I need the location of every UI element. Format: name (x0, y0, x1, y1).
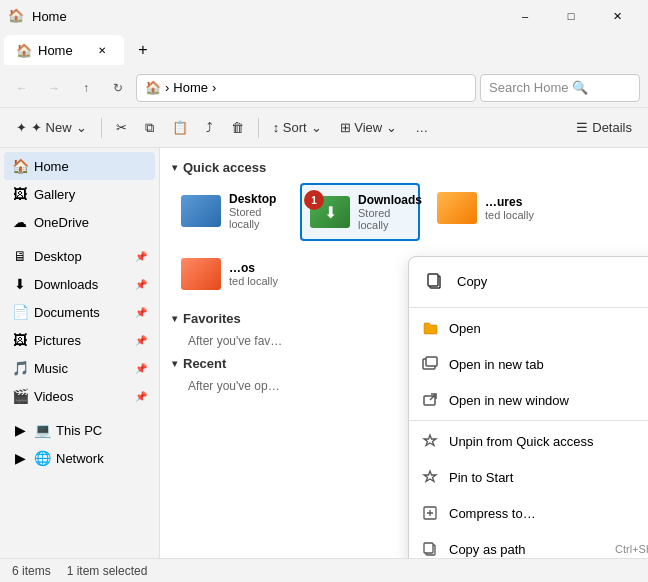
network-chevron: ▶ (12, 450, 28, 466)
sidebar-item-pictures[interactable]: 🖼 Pictures 📌 (4, 326, 155, 354)
toolbar-sep1 (101, 118, 102, 138)
sidebar-label-documents: Documents (34, 305, 100, 320)
view-label: ⊞ View (340, 120, 383, 135)
cm-pin-start[interactable]: Pin to Start (409, 459, 648, 495)
cut-button[interactable]: ✂ (108, 114, 135, 142)
address-path[interactable]: 🏠 › Home › (136, 74, 476, 102)
sidebar-item-music[interactable]: 🎵 Music 📌 (4, 354, 155, 382)
back-button[interactable]: ← (8, 74, 36, 102)
quick-access-chevron[interactable]: ▾ (172, 162, 177, 173)
cm-pin-start-icon (421, 468, 439, 486)
sort-label: ↕ Sort (273, 120, 307, 135)
new-icon: ✦ (16, 120, 27, 135)
context-menu: Copy Open Enter Open in new tab (408, 256, 648, 558)
cm-open[interactable]: Open Enter (409, 310, 648, 346)
item3-folder-name: …ures (485, 195, 534, 209)
desktop-folder-sub: Stored locally (229, 206, 283, 230)
cm-open-icon (421, 319, 439, 337)
sidebar-item-network[interactable]: ▶ 🌐 Network (4, 444, 155, 472)
paste-icon: 📋 (172, 120, 188, 135)
cm-copy-label: Copy (457, 274, 487, 289)
downloads-icon: ⬇ (12, 276, 28, 292)
copy-button[interactable]: ⧉ (137, 114, 162, 142)
gallery-icon: 🖼 (12, 186, 28, 202)
close-button[interactable]: ✕ (594, 0, 640, 32)
sidebar-item-videos[interactable]: 🎬 Videos 📌 (4, 382, 155, 410)
documents-icon: 📄 (12, 304, 28, 320)
cm-open-label: Open (449, 321, 481, 336)
cm-unpin-icon (421, 432, 439, 450)
cm-compress-label: Compress to… (449, 506, 536, 521)
recent-title: Recent (183, 356, 226, 371)
quick-access-title: Quick access (183, 160, 266, 175)
path-separator: › (165, 80, 169, 95)
view-button[interactable]: ⊞ View ⌄ (332, 114, 406, 142)
thispc-chevron: ▶ (12, 422, 28, 438)
cm-sep1 (409, 420, 648, 421)
music-icon: 🎵 (12, 360, 28, 376)
new-tab-button[interactable]: + (128, 35, 158, 65)
cm-compress[interactable]: Compress to… › (409, 495, 648, 531)
path-label: Home (173, 80, 208, 95)
paste-button[interactable]: 📋 (164, 114, 196, 142)
favorites-title: Favorites (183, 311, 241, 326)
new-chevron: ⌄ (76, 120, 87, 135)
new-label: ✦ New (31, 120, 72, 135)
sidebar-label-music: Music (34, 361, 68, 376)
toolbar-sep2 (258, 118, 259, 138)
details-button[interactable]: ☰ Details (568, 114, 640, 142)
music-pin: 📌 (135, 363, 147, 374)
context-menu-top: Copy (409, 257, 648, 305)
quick-access-header: ▾ Quick access (172, 160, 636, 175)
new-button[interactable]: ✦ ✦ New ⌄ (8, 114, 95, 142)
tab-close-button[interactable]: ✕ (92, 40, 112, 60)
favorites-chevron[interactable]: ▾ (172, 313, 177, 324)
qa-item-downloads[interactable]: ⬇ 1 Downloads Stored locally (300, 183, 420, 241)
sort-chevron: ⌄ (311, 120, 322, 135)
home-path-icon: 🏠 (145, 80, 161, 95)
cm-unpin[interactable]: Unpin from Quick access (409, 423, 648, 459)
cm-open-new-window[interactable]: Open in new window (409, 382, 648, 418)
sidebar-label-home: Home (34, 159, 69, 174)
qa-item-desktop[interactable]: Desktop Stored locally (172, 183, 292, 241)
sidebar-item-thispc[interactable]: ▶ 💻 This PC (4, 416, 155, 444)
recent-chevron[interactable]: ▾ (172, 358, 177, 369)
onedrive-icon: ☁ (12, 214, 28, 230)
tab-home[interactable]: 🏠 Home ✕ (4, 35, 124, 65)
desktop-pin: 📌 (135, 251, 147, 262)
documents-pin: 📌 (135, 307, 147, 318)
sidebar-label-onedrive: OneDrive (34, 215, 89, 230)
search-placeholder: Search Home (489, 80, 568, 95)
sidebar-item-gallery[interactable]: 🖼 Gallery (4, 180, 155, 208)
status-bar: 6 items 1 item selected (0, 558, 648, 582)
delete-button[interactable]: 🗑 (223, 114, 252, 142)
sidebar-item-desktop[interactable]: 🖥 Desktop 📌 (4, 242, 155, 270)
search-box[interactable]: Search Home 🔍 (480, 74, 640, 102)
more-button[interactable]: … (407, 114, 436, 142)
maximize-button[interactable]: □ (548, 0, 594, 32)
sidebar-item-downloads[interactable]: ⬇ Downloads 📌 (4, 270, 155, 298)
qa-item-3[interactable]: …ures ted locally (428, 183, 548, 241)
window-controls: – □ ✕ (502, 0, 640, 32)
cm-open-new-tab[interactable]: Open in new tab (409, 346, 648, 382)
forward-button[interactable]: → (40, 74, 68, 102)
sidebar-item-onedrive[interactable]: ☁ OneDrive (4, 208, 155, 236)
cm-copy-quick-button[interactable] (421, 267, 449, 295)
search-icon: 🔍 (572, 80, 588, 95)
cm-copy-path-label: Copy as path (449, 542, 526, 557)
app-icon: 🏠 (8, 8, 24, 24)
desktop-folder-name: Desktop (229, 192, 283, 206)
share-button[interactable]: ⤴ (198, 114, 221, 142)
minimize-button[interactable]: – (502, 0, 548, 32)
sidebar-item-documents[interactable]: 📄 Documents 📌 (4, 298, 155, 326)
tab-label: Home (38, 43, 73, 58)
cm-open-new-tab-icon (421, 355, 439, 373)
sort-button[interactable]: ↕ Sort ⌄ (265, 114, 330, 142)
cm-copy-path[interactable]: Copy as path Ctrl+Shift+C (409, 531, 648, 558)
item4-folder-sub: ted locally (229, 275, 278, 287)
svg-rect-3 (426, 357, 437, 366)
refresh-button[interactable]: ↻ (104, 74, 132, 102)
qa-item-4[interactable]: …os ted locally (172, 249, 292, 299)
sidebar-item-home[interactable]: 🏠 Home (4, 152, 155, 180)
up-button[interactable]: ↑ (72, 74, 100, 102)
